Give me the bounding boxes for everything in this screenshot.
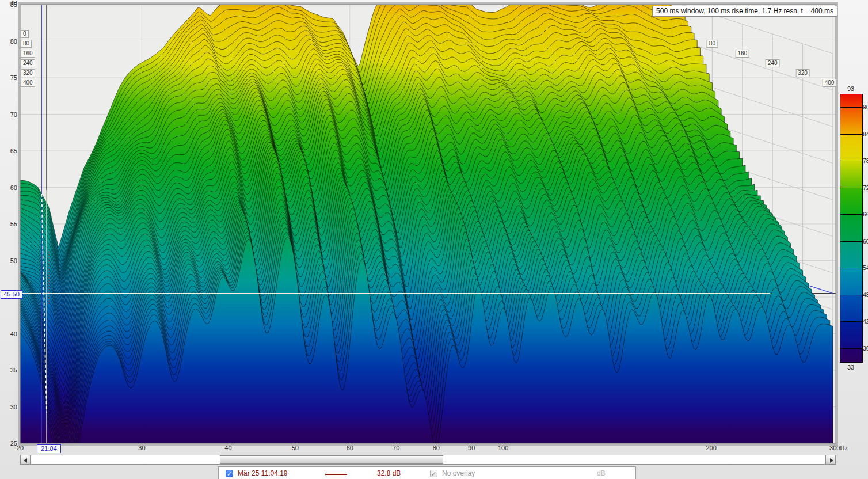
no-overlay-label: No overlay bbox=[442, 469, 475, 478]
y-tick-label: 55 bbox=[1, 221, 17, 227]
color-scale-tick-label: 36 bbox=[863, 345, 868, 352]
time-label-left: 400 bbox=[21, 79, 35, 87]
color-scale-tick-label: 78 bbox=[863, 157, 868, 164]
color-scale-tick-label: 60 bbox=[863, 238, 868, 245]
time-label-left: 160 bbox=[21, 50, 35, 58]
arrow-right-icon bbox=[830, 458, 833, 463]
no-overlay-checkbox[interactable]: ✓ bbox=[430, 470, 437, 477]
scrollbar-thumb[interactable] bbox=[220, 455, 443, 464]
time-label-left: 80 bbox=[21, 40, 32, 48]
analysis-info-box: 500 ms window, 100 ms rise time, 1.7 Hz … bbox=[652, 6, 837, 17]
y-tick-label: 30 bbox=[1, 404, 17, 410]
time-label-right: 320 bbox=[795, 69, 810, 77]
x-tick-label: 60 bbox=[337, 444, 363, 451]
color-scale-block bbox=[840, 94, 862, 108]
time-label-right: 400 bbox=[823, 79, 837, 87]
color-scale-block bbox=[840, 215, 862, 242]
time-label-right: 80 bbox=[707, 40, 718, 48]
color-scale-block bbox=[840, 135, 862, 162]
x-tick-label: 200 bbox=[699, 444, 724, 451]
x-tick-label: 300Hz bbox=[826, 444, 851, 451]
color-scale-block bbox=[840, 108, 862, 135]
color-scale-block bbox=[840, 188, 862, 215]
color-scale-block bbox=[840, 349, 862, 362]
x-tick-label: 90 bbox=[459, 444, 484, 451]
y-tick-label: 35 bbox=[1, 367, 17, 374]
color-scale-max-label: 93 bbox=[844, 85, 858, 92]
arrow-left-icon bbox=[24, 458, 27, 463]
scrollbar-right-button[interactable] bbox=[825, 455, 836, 465]
y-tick-label: 60 bbox=[1, 184, 17, 191]
y-tick-label: 75 bbox=[1, 74, 17, 81]
trace-color-line bbox=[325, 474, 347, 475]
color-scale-tick-label: 48 bbox=[863, 291, 868, 298]
color-scale-block bbox=[840, 161, 862, 188]
x-tick-label: 30 bbox=[129, 444, 154, 451]
color-scale-bar bbox=[840, 94, 863, 363]
y-tick-label: 50 bbox=[1, 257, 17, 264]
x-tick-label: 70 bbox=[383, 444, 409, 451]
cursor-value-readout: 32.8 dB bbox=[377, 469, 401, 478]
x-tick-label: 80 bbox=[424, 444, 449, 451]
color-scale-tick-label: 84 bbox=[863, 131, 868, 138]
cursor-frequency-readout: 21.84 bbox=[37, 444, 61, 453]
color-scale-block bbox=[840, 322, 862, 349]
measurement-name[interactable]: Mär 25 11:04:19 bbox=[238, 469, 288, 478]
cursor-db-readout: 45.50 bbox=[1, 290, 22, 299]
color-scale-tick-label: 90 bbox=[863, 104, 868, 111]
color-scale-block bbox=[840, 242, 862, 269]
color-scale-block bbox=[840, 268, 862, 295]
horizontal-scrollbar[interactable] bbox=[20, 455, 836, 465]
time-label-left: 240 bbox=[21, 59, 35, 67]
time-label-left: 0 bbox=[21, 30, 29, 38]
overlay-unit-label: dB bbox=[597, 469, 606, 478]
y-tick-label: 80 bbox=[1, 38, 17, 45]
x-tick-label: 50 bbox=[283, 444, 308, 451]
y-tick-label: 65 bbox=[1, 147, 17, 154]
measurement-checkbox[interactable]: ✓ bbox=[226, 470, 233, 477]
x-tick-label: 100 bbox=[490, 444, 516, 451]
scrollbar-left-button[interactable] bbox=[20, 455, 31, 465]
x-tick-label: 20 bbox=[7, 444, 33, 451]
color-scale-tick-label: 54 bbox=[863, 264, 868, 271]
color-scale-tick-label: 72 bbox=[863, 184, 868, 191]
waterfall-plot[interactable] bbox=[0, 0, 868, 479]
measurement-bar: ✓ Mär 25 11:04:19 32.8 dB ✓ No overlay d… bbox=[218, 466, 636, 479]
time-label-right: 160 bbox=[735, 50, 749, 58]
time-label-left: 320 bbox=[21, 69, 35, 77]
y-tick-label: 40 bbox=[1, 330, 17, 337]
color-scale-block bbox=[840, 295, 862, 322]
y-tick-label: 70 bbox=[1, 111, 17, 118]
color-scale-tick-label: 42 bbox=[863, 318, 868, 325]
time-label-right: 240 bbox=[766, 59, 780, 67]
color-scale-tick-label: 66 bbox=[863, 211, 868, 218]
color-scale-min-label: 33 bbox=[844, 364, 858, 371]
x-tick-label: 40 bbox=[215, 444, 241, 451]
y-tick-label: 85 bbox=[1, 1, 17, 8]
rew-waterfall-window: dB 85807570656055504540353025 2030405060… bbox=[0, 0, 868, 479]
